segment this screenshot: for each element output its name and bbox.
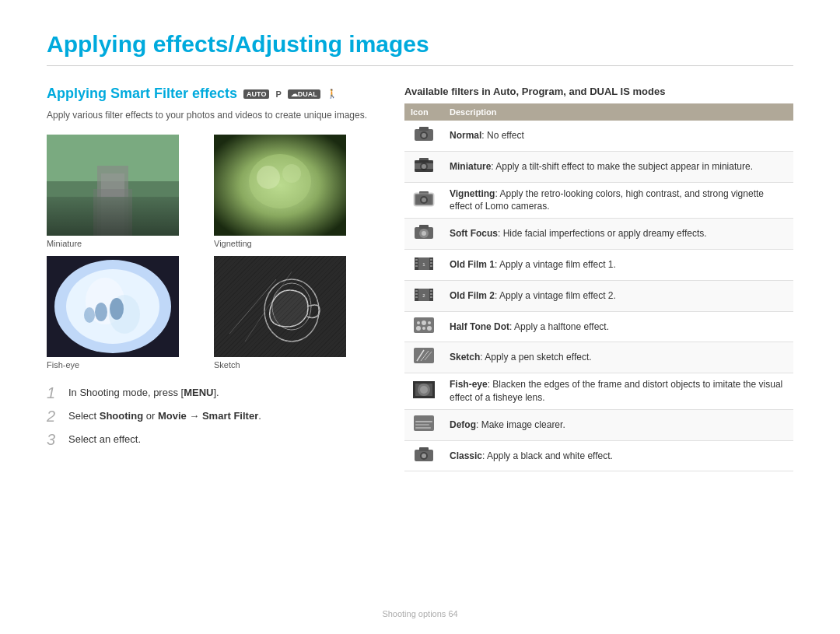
svg-rect-78 — [415, 421, 432, 422]
image-item-fisheye: Fish-eye — [47, 256, 206, 370]
svg-point-41 — [422, 231, 426, 236]
right-section-title: Available filters in Auto, Program, and … — [404, 86, 793, 97]
filter-icon-cell — [404, 219, 443, 250]
table-header-row: Icon Description — [404, 103, 793, 121]
filter-desc: Half Tone Dot: Apply a halftone effect. — [443, 311, 793, 342]
step-text-1: In Shooting mode, press [MENU]. — [68, 385, 219, 401]
table-row: Fish-eye: Blacken the edges of the frame… — [404, 373, 793, 410]
steps: 1 In Shooting mode, press [MENU]. 2 Sele… — [47, 385, 373, 447]
svg-rect-45 — [415, 259, 418, 261]
sketch-svg — [214, 256, 346, 357]
svg-point-26 — [422, 133, 426, 138]
image-placeholder-vignetting — [214, 135, 346, 236]
svg-point-67 — [422, 327, 425, 330]
img-miniature — [47, 135, 179, 236]
image-item-vignetting: Vignetting — [214, 135, 373, 248]
page-title: Applying effects/Adjusting images — [47, 31, 793, 66]
filter-desc: Normal: No effect — [443, 121, 793, 151]
filter-icon-cell — [404, 409, 443, 440]
filter-desc: Defog: Make image clearer. — [443, 409, 793, 440]
image-placeholder-miniature — [47, 135, 179, 236]
svg-point-68 — [427, 326, 432, 331]
left-column: Applying Smart Filter effects AUTO P ☁DU… — [47, 86, 373, 471]
svg-rect-46 — [415, 262, 418, 264]
badge-auto: AUTO — [243, 89, 269, 99]
svg-point-30 — [422, 164, 426, 169]
step-1: 1 In Shooting mode, press [MENU]. — [47, 385, 373, 401]
badge-p: P — [272, 89, 284, 100]
svg-point-8 — [257, 166, 280, 189]
table-row: Sketch: Apply a pen sketch effect. — [404, 342, 793, 373]
img-sketch — [214, 256, 346, 357]
filter-icon-cell — [404, 440, 443, 471]
svg-rect-24 — [419, 127, 429, 131]
svg-rect-3 — [101, 173, 124, 236]
image-grid: Miniature — [47, 135, 373, 370]
svg-rect-18 — [214, 256, 346, 357]
svg-rect-80 — [415, 427, 431, 429]
svg-rect-47 — [415, 265, 418, 267]
badge-person: 🚶 — [324, 88, 341, 100]
image-label-fisheye: Fish-eye — [47, 360, 206, 370]
section-title-text: Applying Smart Filter effects — [47, 86, 237, 102]
filter-icon-cell — [404, 182, 443, 219]
svg-point-15 — [95, 303, 107, 321]
svg-rect-56 — [415, 293, 418, 295]
mode-badges: AUTO P ☁DUAL 🚶 — [243, 88, 341, 100]
svg-rect-58 — [430, 290, 432, 292]
step-number-3: 3 — [47, 432, 61, 447]
svg-rect-50 — [430, 265, 432, 267]
step-number-2: 2 — [47, 408, 61, 424]
table-row: Vignetting: Apply the retro-looking colo… — [404, 182, 793, 219]
svg-point-76 — [420, 386, 428, 394]
image-item-sketch: Sketch — [214, 256, 373, 370]
svg-rect-79 — [415, 424, 429, 426]
image-label-sketch: Sketch — [214, 360, 373, 370]
page-footer: Shooting options 64 — [0, 609, 840, 618]
svg-point-9 — [282, 164, 301, 183]
col-header-desc: Description — [443, 103, 793, 121]
svg-rect-5 — [93, 189, 132, 236]
filter-icon-cell — [404, 121, 443, 151]
section-desc: Apply various filter effects to your pho… — [47, 108, 373, 122]
svg-line-19 — [229, 279, 276, 334]
img-fisheye — [47, 256, 179, 357]
filter-desc: Old Film 2: Apply a vintage film effect … — [443, 280, 793, 311]
svg-line-20 — [245, 271, 292, 342]
filter-icon-cell — [404, 373, 443, 410]
filter-table: Icon Description Normal: No effectMiniat… — [404, 103, 793, 471]
svg-rect-39 — [419, 225, 429, 229]
filter-desc: Soft Focus: Hide facial imperfections or… — [443, 219, 793, 250]
filter-icon-cell — [404, 311, 443, 342]
table-row: Miniature: Apply a tilt-shift effect to … — [404, 151, 793, 182]
filter-desc: Old Film 1: Apply a vintage film effect … — [443, 249, 793, 280]
footer-text: Shooting options 64 — [382, 609, 457, 618]
filter-desc: Miniature: Apply a tilt-shift effect to … — [443, 151, 793, 182]
filter-icon-cell — [404, 151, 443, 182]
image-label-vignetting: Vignetting — [214, 239, 373, 248]
image-placeholder-fisheye — [47, 256, 179, 357]
right-column: Available filters in Auto, Program, and … — [404, 86, 793, 471]
svg-rect-49 — [430, 262, 432, 264]
vignetting-svg — [214, 135, 346, 236]
filter-icon-cell — [404, 342, 443, 373]
table-row: Normal: No effect — [404, 121, 793, 151]
step-3: 3 Select an effect. — [47, 432, 373, 447]
step-2: 2 Select Shooting or Movie → Smart Filte… — [47, 408, 373, 424]
filter-icon-cell: 2 — [404, 280, 443, 311]
step-number-1: 1 — [47, 385, 61, 401]
img-vignetting — [214, 135, 346, 236]
section-title: Applying Smart Filter effects AUTO P ☁DU… — [47, 86, 373, 102]
table-row: Half Tone Dot: Apply a halftone effect. — [404, 311, 793, 342]
table-row: 1Old Film 1: Apply a vintage film effect… — [404, 249, 793, 280]
table-row: Soft Focus: Hide facial imperfections or… — [404, 219, 793, 250]
svg-point-66 — [416, 326, 421, 331]
svg-rect-82 — [419, 447, 429, 451]
svg-point-17 — [84, 307, 95, 323]
svg-point-21 — [264, 279, 319, 342]
svg-rect-57 — [415, 296, 418, 298]
table-row: 2Old Film 2: Apply a vintage film effect… — [404, 280, 793, 311]
filter-desc: Classic: Apply a black and white effect. — [443, 440, 793, 471]
col-header-icon: Icon — [404, 103, 443, 121]
svg-point-64 — [422, 321, 426, 325]
